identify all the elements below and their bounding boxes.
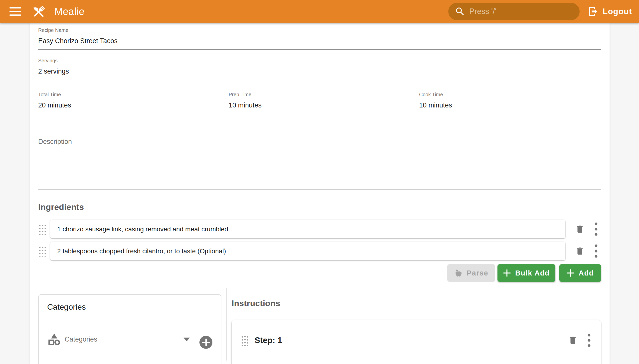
ingredient-menu-icon[interactable] [594, 222, 597, 237]
ingredient-input[interactable]: 2 tablespoons chopped fresh cilantro, or… [50, 242, 565, 260]
total-time-field[interactable]: Total Time 20 minutes [38, 91, 220, 114]
step-title: Step: 1 [255, 336, 568, 345]
description-field[interactable]: Description [38, 136, 601, 190]
category-shapes-icon [47, 332, 61, 346]
ingredient-row: 2 tablespoons chopped fresh cilantro, or… [38, 242, 601, 260]
search-icon [455, 6, 465, 17]
app-title: Mealie [54, 6, 85, 17]
trash-icon [568, 336, 578, 345]
delete-ingredient-button[interactable] [575, 224, 585, 234]
prep-time-field[interactable]: Prep Time 10 minutes [229, 91, 411, 114]
prep-time-label: Prep Time [229, 91, 411, 98]
recipe-editor-card: Recipe Name Easy Chorizo Street Tacos Se… [30, 23, 609, 364]
logout-button[interactable]: Logout [588, 6, 632, 17]
ingredient-input[interactable]: 1 chorizo sausage link, casing removed a… [50, 220, 565, 238]
drag-handle-icon[interactable] [241, 335, 248, 346]
apple-icon [454, 269, 463, 277]
trash-icon [575, 246, 585, 256]
ingredient-menu-icon[interactable] [594, 243, 597, 259]
cook-time-value[interactable]: 10 minutes [419, 100, 601, 111]
instructions-heading: Instructions [232, 298, 601, 309]
ingredient-row: 1 chorizo sausage link, casing removed a… [38, 220, 601, 238]
servings-field[interactable]: Servings 2 servings [38, 57, 601, 80]
step-menu-icon[interactable] [588, 332, 591, 348]
prep-time-value[interactable]: 10 minutes [229, 100, 411, 111]
add-label: Add [579, 269, 594, 277]
drag-handle-icon[interactable] [38, 224, 46, 234]
categories-select-label: Categories [65, 336, 183, 343]
recipe-name-label: Recipe Name [38, 27, 601, 34]
total-time-value[interactable]: 20 minutes [38, 100, 220, 111]
bulk-add-button[interactable]: Bulk Add [498, 264, 555, 282]
trash-icon [575, 224, 585, 234]
mealie-logo-icon [32, 4, 46, 19]
search-input[interactable]: Press '/' [448, 3, 580, 20]
plus-icon [567, 269, 574, 277]
servings-value[interactable]: 2 servings [38, 66, 601, 77]
delete-ingredient-button[interactable] [575, 246, 585, 256]
bulk-add-label: Bulk Add [515, 269, 550, 277]
logout-label: Logout [602, 7, 632, 16]
delete-step-button[interactable] [568, 336, 578, 345]
plus-icon [503, 269, 511, 277]
categories-heading: Categories [39, 295, 221, 313]
app-header: Mealie Press '/' Logout [0, 0, 639, 23]
servings-label: Servings [38, 57, 601, 64]
logout-icon [588, 6, 598, 17]
add-ingredient-button[interactable]: Add [559, 264, 601, 282]
cook-time-label: Cook Time [419, 91, 601, 98]
cook-time-field[interactable]: Cook Time 10 minutes [419, 91, 601, 114]
search-placeholder: Press '/' [469, 7, 496, 16]
description-label: Description [38, 136, 601, 146]
divider [43, 318, 217, 318]
ingredients-heading: Ingredients [38, 202, 601, 212]
recipe-name-value[interactable]: Easy Chorizo Street Tacos [38, 36, 601, 46]
add-category-button[interactable] [199, 336, 212, 349]
step-card: Step: 1 Combine crumbled chorizo and chi… [232, 320, 601, 364]
description-value[interactable] [38, 146, 601, 186]
drag-handle-icon[interactable] [38, 246, 46, 256]
categories-card: Categories Categories [38, 294, 222, 364]
parse-button[interactable]: Parse [447, 264, 495, 282]
chevron-down-icon[interactable] [183, 338, 190, 341]
total-time-label: Total Time [38, 91, 220, 98]
ingredient-list: 1 chorizo sausage link, casing removed a… [38, 220, 601, 260]
recipe-name-field[interactable]: Recipe Name Easy Chorizo Street Tacos [38, 27, 601, 50]
menu-icon[interactable] [10, 7, 21, 16]
categories-select[interactable]: Categories [47, 332, 192, 352]
parse-label: Parse [467, 269, 489, 277]
